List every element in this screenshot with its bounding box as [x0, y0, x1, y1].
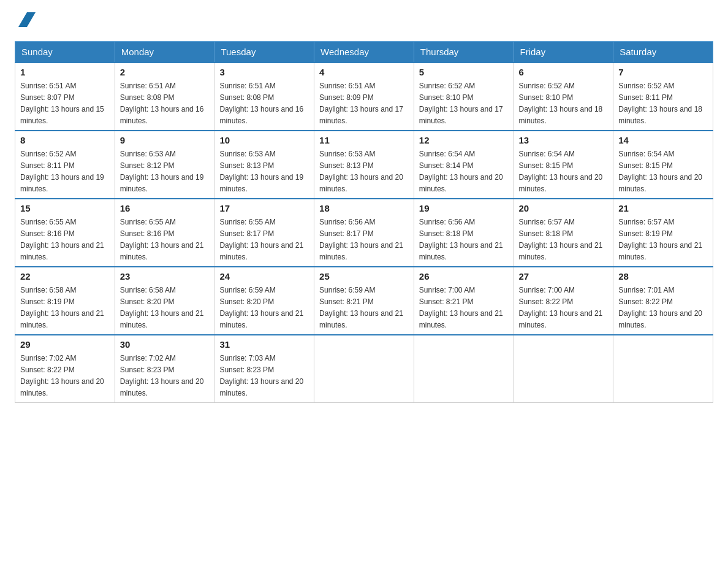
calendar-week-row: 22 Sunrise: 6:58 AMSunset: 8:19 PMDaylig… [15, 267, 713, 335]
calendar-week-row: 1 Sunrise: 6:51 AMSunset: 8:07 PMDayligh… [15, 63, 713, 131]
day-info: Sunrise: 6:58 AMSunset: 8:19 PMDaylight:… [20, 286, 104, 329]
calendar-cell: 4 Sunrise: 6:51 AMSunset: 8:09 PMDayligh… [314, 63, 414, 131]
day-number: 11 [319, 135, 409, 145]
calendar-cell: 6 Sunrise: 6:52 AMSunset: 8:10 PMDayligh… [514, 63, 613, 131]
calendar-cell: 2 Sunrise: 6:51 AMSunset: 8:08 PMDayligh… [115, 63, 214, 131]
day-info: Sunrise: 6:53 AMSunset: 8:13 PMDaylight:… [219, 150, 303, 193]
day-info: Sunrise: 6:54 AMSunset: 8:15 PMDaylight:… [618, 150, 702, 193]
day-info: Sunrise: 7:03 AMSunset: 8:23 PMDaylight:… [219, 354, 303, 397]
day-info: Sunrise: 6:54 AMSunset: 8:15 PMDaylight:… [519, 150, 603, 193]
calendar-cell: 27 Sunrise: 7:00 AMSunset: 8:22 PMDaylig… [514, 267, 613, 335]
day-number: 10 [219, 135, 309, 145]
day-info: Sunrise: 6:55 AMSunset: 8:16 PMDaylight:… [120, 218, 204, 261]
calendar-cell [613, 335, 713, 403]
calendar-cell: 12 Sunrise: 6:54 AMSunset: 8:14 PMDaylig… [414, 131, 514, 199]
day-number: 9 [120, 135, 210, 145]
calendar-cell: 31 Sunrise: 7:03 AMSunset: 8:23 PMDaylig… [214, 335, 314, 403]
calendar-cell: 21 Sunrise: 6:57 AMSunset: 8:19 PMDaylig… [613, 199, 713, 267]
calendar-week-row: 15 Sunrise: 6:55 AMSunset: 8:16 PMDaylig… [15, 199, 713, 267]
calendar-cell: 19 Sunrise: 6:56 AMSunset: 8:18 PMDaylig… [414, 199, 514, 267]
day-info: Sunrise: 6:51 AMSunset: 8:08 PMDaylight:… [120, 82, 204, 125]
day-info: Sunrise: 6:52 AMSunset: 8:11 PMDaylight:… [20, 150, 104, 193]
calendar-cell: 13 Sunrise: 6:54 AMSunset: 8:15 PMDaylig… [514, 131, 613, 199]
day-number: 4 [319, 67, 409, 77]
day-number: 27 [519, 271, 609, 282]
day-info: Sunrise: 6:55 AMSunset: 8:16 PMDaylight:… [20, 218, 104, 261]
day-number: 29 [20, 339, 110, 350]
day-number: 15 [20, 203, 110, 213]
calendar-cell: 26 Sunrise: 7:00 AMSunset: 8:21 PMDaylig… [414, 267, 514, 335]
day-number: 31 [219, 339, 309, 350]
logo-arrows [17, 15, 36, 27]
calendar-cell: 10 Sunrise: 6:53 AMSunset: 8:13 PMDaylig… [214, 131, 314, 199]
calendar-cell: 28 Sunrise: 7:01 AMSunset: 8:22 PMDaylig… [613, 267, 713, 335]
calendar-header-tuesday: Tuesday [214, 42, 314, 63]
day-number: 30 [120, 339, 210, 350]
day-number: 7 [618, 67, 708, 77]
day-number: 6 [519, 67, 609, 77]
calendar-header-sunday: Sunday [15, 42, 115, 63]
calendar-cell: 7 Sunrise: 6:52 AMSunset: 8:11 PMDayligh… [613, 63, 713, 131]
day-info: Sunrise: 6:51 AMSunset: 8:09 PMDaylight:… [319, 82, 403, 125]
day-number: 5 [419, 67, 509, 77]
calendar-cell: 30 Sunrise: 7:02 AMSunset: 8:23 PMDaylig… [115, 335, 214, 403]
calendar-header-monday: Monday [115, 42, 214, 63]
calendar-cell: 22 Sunrise: 6:58 AMSunset: 8:19 PMDaylig… [15, 267, 115, 335]
day-info: Sunrise: 6:52 AMSunset: 8:11 PMDaylight:… [618, 82, 702, 125]
calendar-cell: 8 Sunrise: 6:52 AMSunset: 8:11 PMDayligh… [15, 131, 115, 199]
day-info: Sunrise: 6:57 AMSunset: 8:18 PMDaylight:… [519, 218, 603, 261]
calendar-cell: 24 Sunrise: 6:59 AMSunset: 8:20 PMDaylig… [214, 267, 314, 335]
day-info: Sunrise: 6:53 AMSunset: 8:13 PMDaylight:… [319, 150, 403, 193]
calendar-cell: 29 Sunrise: 7:02 AMSunset: 8:22 PMDaylig… [15, 335, 115, 403]
calendar-cell: 1 Sunrise: 6:51 AMSunset: 8:07 PMDayligh… [15, 63, 115, 131]
calendar-cell [414, 335, 514, 403]
calendar-cell: 3 Sunrise: 6:51 AMSunset: 8:08 PMDayligh… [214, 63, 314, 131]
day-info: Sunrise: 6:53 AMSunset: 8:12 PMDaylight:… [120, 150, 204, 193]
day-number: 16 [120, 203, 210, 213]
calendar-header-friday: Friday [514, 42, 613, 63]
calendar-cell: 14 Sunrise: 6:54 AMSunset: 8:15 PMDaylig… [613, 131, 713, 199]
day-number: 23 [120, 271, 210, 282]
calendar-header-row: SundayMondayTuesdayWednesdayThursdayFrid… [15, 42, 713, 63]
calendar-week-row: 8 Sunrise: 6:52 AMSunset: 8:11 PMDayligh… [15, 131, 713, 199]
calendar-cell: 11 Sunrise: 6:53 AMSunset: 8:13 PMDaylig… [314, 131, 414, 199]
calendar-header-wednesday: Wednesday [314, 42, 414, 63]
day-number: 12 [419, 135, 509, 145]
day-number: 26 [419, 271, 509, 282]
calendar-table: SundayMondayTuesdayWednesdayThursdayFrid… [15, 41, 713, 403]
day-info: Sunrise: 6:51 AMSunset: 8:07 PMDaylight:… [20, 82, 104, 125]
calendar-week-row: 29 Sunrise: 7:02 AMSunset: 8:22 PMDaylig… [15, 335, 713, 403]
day-number: 25 [319, 271, 409, 282]
calendar-cell: 20 Sunrise: 6:57 AMSunset: 8:18 PMDaylig… [514, 199, 613, 267]
day-number: 1 [20, 67, 110, 77]
day-number: 19 [419, 203, 509, 213]
page-header [15, 15, 713, 29]
day-number: 3 [219, 67, 309, 77]
day-number: 14 [618, 135, 708, 145]
day-number: 24 [219, 271, 309, 282]
day-number: 18 [319, 203, 409, 213]
day-number: 28 [618, 271, 708, 282]
calendar-cell [314, 335, 414, 403]
calendar-cell: 9 Sunrise: 6:53 AMSunset: 8:12 PMDayligh… [115, 131, 214, 199]
day-info: Sunrise: 7:00 AMSunset: 8:21 PMDaylight:… [419, 286, 503, 329]
day-info: Sunrise: 7:02 AMSunset: 8:23 PMDaylight:… [120, 354, 204, 397]
logo [15, 15, 36, 29]
day-number: 22 [20, 271, 110, 282]
day-info: Sunrise: 6:55 AMSunset: 8:17 PMDaylight:… [219, 218, 303, 261]
calendar-header-saturday: Saturday [613, 42, 713, 63]
day-info: Sunrise: 6:56 AMSunset: 8:18 PMDaylight:… [419, 218, 503, 261]
calendar-cell: 23 Sunrise: 6:58 AMSunset: 8:20 PMDaylig… [115, 267, 214, 335]
day-info: Sunrise: 6:54 AMSunset: 8:14 PMDaylight:… [419, 150, 503, 193]
calendar-cell: 15 Sunrise: 6:55 AMSunset: 8:16 PMDaylig… [15, 199, 115, 267]
day-info: Sunrise: 7:01 AMSunset: 8:22 PMDaylight:… [618, 286, 702, 329]
day-info: Sunrise: 6:59 AMSunset: 8:21 PMDaylight:… [319, 286, 403, 329]
calendar-cell [514, 335, 613, 403]
day-number: 8 [20, 135, 110, 145]
day-info: Sunrise: 6:57 AMSunset: 8:19 PMDaylight:… [618, 218, 702, 261]
day-number: 20 [519, 203, 609, 213]
day-number: 17 [219, 203, 309, 213]
calendar-cell: 16 Sunrise: 6:55 AMSunset: 8:16 PMDaylig… [115, 199, 214, 267]
day-number: 2 [120, 67, 210, 77]
day-info: Sunrise: 6:58 AMSunset: 8:20 PMDaylight:… [120, 286, 204, 329]
